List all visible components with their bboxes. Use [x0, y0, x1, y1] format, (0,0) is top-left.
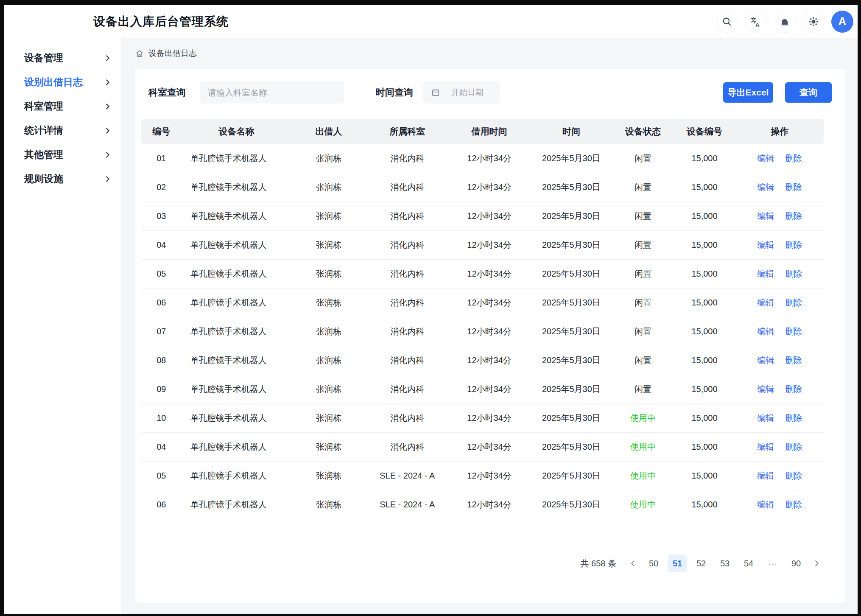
- delete-link[interactable]: 删除: [785, 470, 802, 482]
- cell-date: 2025年5月30日: [530, 470, 612, 482]
- cell-lender: 张润栋: [291, 412, 366, 424]
- table-row: 05单孔腔镜手术机器人张润栋SLE - 2024 - A12小时34分2025年…: [141, 462, 824, 490]
- notification-button[interactable]: [774, 11, 796, 33]
- edit-link[interactable]: 编辑: [757, 355, 774, 366]
- cell-duration: 12小时34分: [448, 355, 530, 366]
- cell-lender: 张润栋: [291, 297, 366, 308]
- edit-link[interactable]: 编辑: [757, 153, 774, 164]
- cell-actions: 编辑删除: [735, 239, 824, 251]
- cell-status: 闲置: [612, 239, 674, 251]
- cell-lender: 张润栋: [291, 239, 366, 251]
- page-button-53[interactable]: 53: [716, 554, 734, 572]
- edit-link[interactable]: 编辑: [757, 384, 774, 395]
- edit-link[interactable]: 编辑: [757, 470, 774, 482]
- table-row: 06单孔腔镜手术机器人张润栋SLE - 2024 - A12小时34分2025年…: [141, 490, 824, 519]
- search-icon: [721, 16, 732, 27]
- breadcrumb: 设备出借日志: [135, 38, 845, 69]
- chevron-right-icon: [104, 54, 112, 62]
- cell-status: 闲置: [612, 182, 674, 193]
- cell-actions: 编辑删除: [735, 412, 824, 424]
- column-header-7: 设备编号: [674, 126, 735, 137]
- delete-link[interactable]: 删除: [785, 412, 802, 424]
- cell-date: 2025年5月30日: [530, 268, 612, 280]
- cell-date: 2025年5月30日: [530, 210, 612, 222]
- sidebar: 设备管理设别出借日志科室管理统计详情其他管理规则设施: [4, 38, 121, 614]
- edit-link[interactable]: 编辑: [757, 239, 774, 251]
- next-page-button[interactable]: [809, 554, 824, 572]
- cell-dept: 消化内科: [366, 384, 448, 395]
- sidebar-item-4[interactable]: 其他管理: [4, 143, 121, 167]
- page-button-52[interactable]: 52: [692, 554, 710, 572]
- edit-link[interactable]: 编辑: [757, 210, 774, 222]
- cell-device-number: 15,000: [674, 413, 735, 423]
- cell-date: 2025年5月30日: [530, 153, 612, 164]
- cell-device-name: 单孔腔镜手术机器人: [182, 268, 291, 280]
- cell-lender: 张润栋: [291, 384, 366, 395]
- cell-date: 2025年5月30日: [530, 239, 612, 251]
- theme-button[interactable]: [802, 11, 825, 33]
- page-button-50[interactable]: 50: [644, 554, 663, 572]
- cell-device-name: 单孔腔镜手术机器人: [182, 182, 291, 193]
- edit-link[interactable]: 编辑: [757, 326, 774, 337]
- cell-status: 闲置: [612, 268, 674, 280]
- sidebar-item-3[interactable]: 统计详情: [4, 118, 121, 143]
- cell-device-number: 15,000: [674, 182, 735, 192]
- cell-dept: SLE - 2024 - A: [366, 500, 448, 510]
- query-button[interactable]: 查询: [785, 82, 832, 103]
- content-area: 设备出借日志 科室查询 时间查询 开始日期: [121, 38, 858, 614]
- cell-device-number: 15,000: [674, 384, 735, 394]
- delete-link[interactable]: 删除: [785, 326, 802, 337]
- delete-link[interactable]: 删除: [785, 384, 802, 395]
- cell-device-name: 单孔腔镜手术机器人: [182, 441, 291, 453]
- delete-link[interactable]: 删除: [785, 441, 802, 453]
- avatar[interactable]: A: [831, 11, 853, 33]
- table-row: 01单孔腔镜手术机器人张润栋消化内科12小时34分2025年5月30日闲置15,…: [141, 144, 824, 173]
- cell-device-number: 15,000: [674, 269, 735, 279]
- edit-link[interactable]: 编辑: [757, 268, 774, 280]
- page-button-51[interactable]: 51: [668, 554, 687, 572]
- edit-link[interactable]: 编辑: [757, 441, 774, 453]
- app-title: 设备出入库后台管理系统: [93, 14, 229, 30]
- sidebar-item-5[interactable]: 规则设施: [4, 167, 121, 191]
- delete-link[interactable]: 删除: [785, 268, 802, 280]
- table-row: 02单孔腔镜手术机器人张润栋消化内科12小时34分2025年5月30日闲置15,…: [141, 173, 824, 202]
- delete-link[interactable]: 删除: [785, 297, 802, 308]
- cell-duration: 12小时34分: [448, 326, 530, 337]
- page-button-90[interactable]: 90: [787, 554, 805, 572]
- sidebar-item-1[interactable]: 设别出借日志: [4, 70, 121, 94]
- cell-device-name: 单孔腔镜手术机器人: [182, 470, 291, 482]
- prev-page-button[interactable]: [626, 554, 641, 572]
- cell-status: 使用中: [612, 412, 674, 424]
- delete-link[interactable]: 删除: [785, 210, 802, 222]
- sidebar-item-2[interactable]: 科室管理: [4, 94, 121, 118]
- search-button[interactable]: [716, 11, 738, 33]
- cell-date: 2025年5月30日: [530, 412, 612, 424]
- edit-link[interactable]: 编辑: [757, 412, 774, 424]
- cell-duration: 12小时34分: [448, 239, 530, 251]
- edit-link[interactable]: 编辑: [757, 499, 774, 510]
- dept-search-input[interactable]: [200, 81, 344, 104]
- delete-link[interactable]: 删除: [785, 355, 802, 366]
- translate-button[interactable]: 文 A: [745, 11, 767, 33]
- cell-device-name: 单孔腔镜手术机器人: [182, 239, 291, 251]
- edit-link[interactable]: 编辑: [757, 182, 774, 193]
- sidebar-item-0[interactable]: 设备管理: [4, 46, 121, 70]
- cell-id: 05: [141, 471, 182, 481]
- start-date-picker[interactable]: 开始日期: [423, 81, 500, 104]
- sidebar-item-label: 统计详情: [24, 124, 63, 137]
- cell-lender: 张润栋: [291, 326, 366, 337]
- cell-dept: 消化内科: [366, 355, 448, 366]
- column-header-4: 借用时间: [448, 126, 530, 137]
- delete-link[interactable]: 删除: [785, 239, 802, 251]
- page-ellipsis: ···: [763, 554, 782, 572]
- delete-link[interactable]: 删除: [785, 182, 802, 193]
- export-excel-button[interactable]: 导出Excel: [723, 82, 773, 103]
- cell-duration: 12小时34分: [448, 268, 530, 280]
- delete-link[interactable]: 删除: [785, 153, 802, 164]
- delete-link[interactable]: 删除: [785, 499, 802, 510]
- edit-link[interactable]: 编辑: [757, 297, 774, 308]
- filter-row: 科室查询 时间查询 开始日期 导出Excel 查询: [148, 81, 832, 104]
- page-button-54[interactable]: 54: [739, 554, 758, 572]
- cell-lender: 张润栋: [291, 153, 366, 164]
- calendar-icon: [431, 88, 440, 97]
